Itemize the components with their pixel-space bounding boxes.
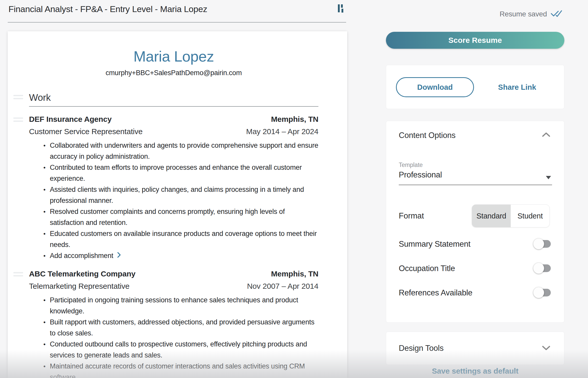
toggle-switch[interactable]: [535, 240, 551, 248]
accomplishment-bullet[interactable]: Maintained accurate records of customer …: [43, 361, 318, 378]
format-option-standard[interactable]: Standard: [472, 205, 511, 227]
add-accomplishment-link[interactable]: Add accomplishment: [43, 250, 318, 261]
accomplishment-bullet[interactable]: Educated customers on available insuranc…: [43, 228, 318, 250]
accomplishment-bullet[interactable]: Collaborated with underwriters and agent…: [43, 140, 318, 162]
drag-handle-icon[interactable]: [13, 95, 23, 101]
template-select[interactable]: Professional: [399, 170, 552, 185]
resume-page: Maria Lopez cmurphy+BBC+SalesPathDemo@pa…: [8, 31, 347, 378]
toggle-switch[interactable]: [535, 289, 551, 296]
job-title[interactable]: Telemarketing Representative: [29, 282, 129, 291]
score-resume-button[interactable]: Score Resume: [386, 32, 564, 49]
triangle-down-icon: [546, 176, 551, 179]
accomplishment-bullet[interactable]: Contributed to team efforts to improve p…: [43, 162, 318, 184]
template-selected-value: Professional: [399, 170, 442, 179]
content-options-title[interactable]: Content Options: [399, 131, 456, 140]
document-title[interactable]: Financial Analyst - FP&A - Entry Level -…: [8, 4, 207, 14]
company-location[interactable]: Memphis, TN: [271, 270, 318, 278]
toggle-label: Occupation Title: [399, 264, 455, 273]
job-dates[interactable]: May 2014 – Apr 2024: [246, 127, 318, 136]
accomplishment-list: Collaborated with underwriters and agent…: [29, 140, 318, 261]
work-section-heading: Work: [29, 92, 318, 107]
accomplishment-bullet[interactable]: Participated in ongoing training session…: [43, 295, 318, 317]
save-status: Resume saved: [500, 9, 562, 19]
work-section-title[interactable]: Work: [29, 92, 51, 103]
save-status-text: Resume saved: [500, 10, 547, 18]
work-entry: DEF Insurance Agency Memphis, TN Custome…: [29, 115, 318, 261]
accomplishment-bullet[interactable]: Resolved customer complaints and concern…: [43, 206, 318, 228]
accomplishment-bullet[interactable]: Conducted outbound calls to prospective …: [43, 339, 318, 361]
toggle-row: Occupation Title: [399, 263, 551, 274]
template-label: Template: [399, 162, 423, 168]
drag-handle-icon[interactable]: [13, 272, 23, 278]
toggle-label: References Available: [399, 288, 472, 297]
company-name[interactable]: DEF Insurance Agency: [29, 115, 112, 124]
format-option-student[interactable]: Student: [511, 205, 549, 227]
chevron-up-icon[interactable]: [541, 131, 551, 139]
toggle-row: Summary Statement: [399, 238, 551, 250]
job-title[interactable]: Customer Service Representative: [29, 127, 143, 136]
design-tools-card: Design Tools: [386, 332, 564, 365]
resume-email[interactable]: cmurphy+BBC+SalesPathDemo@pairin.com: [29, 69, 318, 77]
company-name[interactable]: ABC Telemarketing Company: [29, 270, 136, 278]
toggle-label: Summary Statement: [399, 240, 470, 248]
work-entry: ABC Telemarketing Company Memphis, TN Te…: [29, 270, 318, 378]
bars-logo-icon[interactable]: [338, 4, 345, 14]
work-entries: DEF Insurance Agency Memphis, TN Custome…: [29, 115, 318, 378]
resume-name[interactable]: Maria Lopez: [29, 48, 318, 65]
content-options-card: Content Options Template Professional Fo…: [386, 121, 564, 323]
format-label: Format: [399, 211, 424, 221]
accomplishment-list: Participated in ongoing training session…: [29, 295, 318, 378]
accomplishment-bullet[interactable]: Assisted clients with inquiries, policy …: [43, 184, 318, 206]
share-link[interactable]: Share Link: [484, 77, 551, 97]
format-segmented-control: Standard Student: [472, 204, 550, 227]
double-check-icon: [551, 9, 562, 19]
export-card: Download Share Link: [386, 65, 564, 109]
job-dates[interactable]: Nov 2007 – Apr 2014: [247, 282, 318, 291]
design-tools-title[interactable]: Design Tools: [399, 344, 444, 353]
chevron-right-icon: [117, 250, 121, 261]
drag-handle-icon[interactable]: [13, 117, 23, 124]
chevron-down-icon[interactable]: [541, 345, 551, 352]
accomplishment-bullet[interactable]: Built rapport with customers, addressed …: [43, 317, 318, 339]
toggle-row: References Available: [399, 287, 551, 299]
download-button[interactable]: Download: [396, 77, 474, 97]
company-location[interactable]: Memphis, TN: [271, 115, 318, 124]
document-header: Financial Analyst - FP&A - Entry Level -…: [8, 0, 346, 23]
toggle-switch[interactable]: [535, 264, 551, 272]
save-settings-link[interactable]: Save settings as default: [386, 367, 564, 375]
